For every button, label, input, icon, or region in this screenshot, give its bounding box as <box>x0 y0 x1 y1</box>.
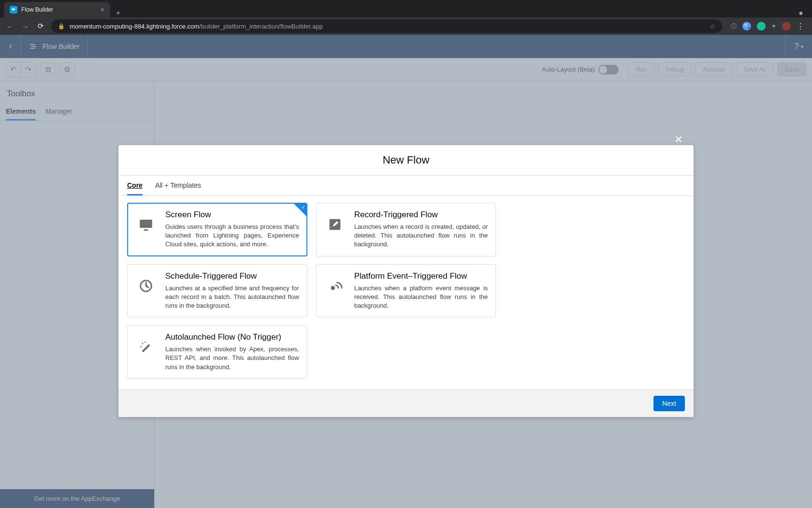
bookmark-star-icon[interactable]: ☆ <box>710 23 715 30</box>
flow-card-autolaunched[interactable]: Autolaunched Flow (No Trigger) Launches … <box>127 325 307 379</box>
record-edit-icon <box>323 213 347 236</box>
browser-tab[interactable]: Flow Builder × <box>4 2 110 17</box>
new-flow-modal: New Flow Core All + Templates Screen Flo… <box>118 145 694 417</box>
profile-avatar[interactable] <box>782 22 791 30</box>
flow-card-title: Schedule-Triggered Flow <box>165 271 299 281</box>
close-icon: × <box>675 132 682 147</box>
lock-icon: 🔒 <box>58 23 65 30</box>
flow-card-record-triggered[interactable]: Record-Triggered Flow Launches when a re… <box>316 203 496 256</box>
extension-icon-2[interactable] <box>757 22 766 30</box>
flow-type-grid: Screen Flow Guides users through a busin… <box>118 196 694 389</box>
svg-point-5 <box>142 343 144 344</box>
forward-icon[interactable]: → <box>20 22 30 30</box>
url-host: momentum-computing-884.lightning.force.c… <box>70 23 199 30</box>
back-icon[interactable]: ← <box>5 22 14 30</box>
close-tab-icon[interactable]: × <box>101 6 104 14</box>
flow-card-title: Record-Triggered Flow <box>354 210 488 220</box>
broadcast-icon <box>323 274 347 298</box>
salesforce-favicon <box>10 6 17 14</box>
svg-point-7 <box>145 342 146 343</box>
next-button[interactable]: Next <box>653 396 685 411</box>
minimize-indicator[interactable]: ● <box>793 9 812 17</box>
modal-title: New Flow <box>118 145 694 176</box>
url-field[interactable]: 🔒 momentum-computing-884.lightning.force… <box>51 19 722 33</box>
flow-card-screen-flow[interactable]: Screen Flow Guides users through a busin… <box>127 203 307 256</box>
url-path: /builder_platform_interaction/flowBuilde… <box>199 23 323 30</box>
flow-card-desc: Guides users through a business process … <box>165 223 299 249</box>
svg-point-4 <box>331 286 335 290</box>
flow-card-schedule-triggered[interactable]: Schedule-Triggered Flow Launches at a sp… <box>127 264 307 318</box>
reload-icon[interactable]: ⟳ <box>36 22 45 30</box>
selected-check-icon <box>294 204 306 216</box>
magic-wand-icon <box>134 335 158 359</box>
address-bar: ← → ⟳ 🔒 momentum-computing-884.lightning… <box>0 17 812 35</box>
clock-icon <box>134 274 158 298</box>
tab-title: Flow Builder <box>21 6 97 13</box>
extension-icons: ⓘ 🔍 ✦ ⋮ <box>728 22 807 31</box>
tab-strip: Flow Builder × + ● <box>0 0 812 17</box>
flow-card-desc: Launches when invoked by Apex, processes… <box>165 345 299 372</box>
flow-card-title: Autolaunched Flow (No Trigger) <box>165 332 299 342</box>
url-text: momentum-computing-884.lightning.force.c… <box>70 23 323 30</box>
site-info-icon[interactable]: ⓘ <box>731 22 737 30</box>
flow-card-title: Platform Event–Triggered Flow <box>354 271 488 281</box>
extension-icon-1[interactable]: 🔍 <box>742 22 751 30</box>
flow-card-desc: Launches when a record is created, updat… <box>354 223 488 249</box>
modal-footer: Next <box>118 389 694 417</box>
modal-tab-core[interactable]: Core <box>127 176 143 195</box>
flow-card-title: Screen Flow <box>165 210 299 220</box>
svg-point-6 <box>141 346 142 348</box>
modal-close-button[interactable]: × <box>675 132 682 147</box>
flow-card-desc: Launches at a specified time and frequen… <box>165 284 299 311</box>
extensions-menu-icon[interactable]: ✦ <box>771 22 776 30</box>
new-tab-button[interactable]: + <box>110 9 126 17</box>
flow-card-platform-event[interactable]: Platform Event–Triggered Flow Launches w… <box>316 264 496 318</box>
modal-tabs: Core All + Templates <box>118 176 694 196</box>
modal-tab-all-templates[interactable]: All + Templates <box>155 176 201 195</box>
browser-menu-icon[interactable]: ⋮ <box>797 22 804 31</box>
svg-rect-1 <box>144 229 148 231</box>
screen-icon <box>134 213 158 236</box>
flow-card-desc: Launches when a platform event message i… <box>354 284 488 311</box>
svg-rect-0 <box>140 220 152 228</box>
